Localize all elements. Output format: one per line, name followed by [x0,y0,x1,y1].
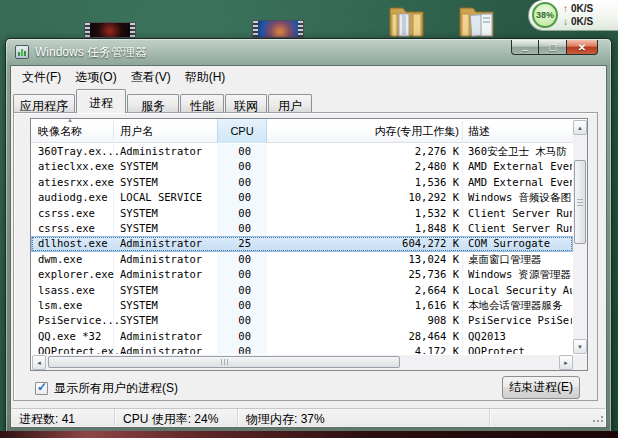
process-row[interactable]: csrss.exe SYSTEM 00 1,532 K Client Serve… [31,206,573,221]
tab-processes[interactable]: 进程 [76,89,126,113]
process-row[interactable]: QQ.exe *32 Administrator 00 28,464 K QQ2… [31,329,573,344]
process-image-name: atieclxx.exe [38,159,114,174]
folder-icon[interactable] [387,2,429,38]
process-row[interactable]: atieclxx.exe SYSTEM 00 2,480 K AMD Exter… [31,159,573,174]
menu-item[interactable]: 查看(V) [124,66,178,86]
minimize-button[interactable]: – [511,40,539,55]
folder-icon[interactable] [457,2,499,38]
process-cpu: 00 [217,221,251,236]
process-row[interactable]: dllhost.exe Administrator 25 604,272 K C… [31,236,573,251]
video-file-icon[interactable] [252,20,304,38]
process-image-name: audiodg.exe [38,190,108,205]
process-row[interactable]: csrss.exe SYSTEM 00 1,848 K Client Serve… [31,221,573,236]
menu-bar: 文件(F)选项(O)查看(V)帮助(H) [11,66,606,87]
process-cpu: 00 [217,283,251,298]
end-process-button[interactable]: 结束进程(E) [502,376,580,399]
tab-2[interactable]: 服务 [127,94,179,113]
scroll-up-button[interactable]: ▲ [573,120,587,135]
process-row[interactable]: dwm.exe Administrator 00 13,024 K 桌面窗口管理… [31,252,573,267]
menu-item[interactable]: 帮助(H) [178,66,233,86]
process-memory: 13,024 K [271,252,459,267]
menu-item[interactable]: 文件(F) [15,66,68,86]
resize-grip-icon[interactable] [593,414,603,424]
process-user-name: SYSTEM [120,313,158,328]
horizontal-scrollbar[interactable]: ◄ ► [32,355,573,370]
list-header: ▲ 映像名称 用户名 CPU 内存(专用工作集) 描述 [31,119,573,143]
process-cpu: 00 [217,159,251,174]
task-manager-window: Windows 任务管理器 – ▢ ✕ 文件(F)选项(O)查看(V)帮助(H)… [5,38,612,433]
close-button[interactable]: ✕ [566,40,598,55]
video-file-icon[interactable] [84,22,136,38]
process-row[interactable]: audiodg.exe LOCAL SERVICE 00 10,292 K Wi… [31,190,573,205]
video-thumbnail [258,21,298,37]
process-description: AMD External Event [468,175,572,190]
process-user-name: Administrator [120,344,202,354]
process-cpu: 00 [217,190,251,205]
upload-speed: ↑0K/S [563,2,593,15]
scroll-down-button[interactable]: ▼ [573,339,587,354]
column-header-user-name[interactable]: 用户名 [120,124,153,139]
vertical-scroll-thumb[interactable] [574,160,586,244]
process-image-name: lsass.exe [38,283,95,298]
process-row[interactable]: QQProtect.ex... Administrator 00 4,172 K… [31,344,573,354]
process-rows: 360Tray.ex... Administrator 00 2,276 K 3… [31,144,573,354]
process-memory: 28,464 K [271,329,459,344]
process-description: COM Surrogate [468,236,572,251]
horizontal-scroll-thumb[interactable] [48,356,400,368]
column-header-cpu[interactable]: CPU [217,119,267,143]
title-bar[interactable]: Windows 任务管理器 – ▢ ✕ [6,39,611,65]
column-header-image-name[interactable]: 映像名称 [38,124,82,139]
menu-item[interactable]: 选项(O) [68,66,123,86]
process-row[interactable]: lsm.exe SYSTEM 00 1,616 K 本地会话管理器服务 [31,298,573,313]
scroll-right-button[interactable]: ► [559,355,573,370]
column-header-description[interactable]: 描述 [468,124,490,139]
process-description: Windows 音频设备图 [468,190,572,205]
tab-3[interactable]: 性能 [180,94,224,113]
process-image-name: atiesrxx.exe [38,175,114,190]
network-speed-widget[interactable]: 38% ↑0K/S ↓0K/S [528,0,618,31]
process-cpu: 00 [217,144,251,159]
process-memory: 604,272 K [271,236,459,251]
process-image-name: 360Tray.ex... [38,144,120,159]
status-filler [491,409,605,426]
process-description: QQProtect [468,344,572,354]
process-row[interactable]: PsiService... SYSTEM 00 908 K PsiService… [31,313,573,328]
process-user-name: SYSTEM [120,283,158,298]
process-description: 本地会话管理器服务 [468,298,572,313]
process-image-name: QQ.exe *32 [38,329,101,344]
filmstrip-sprocket [130,23,135,37]
process-image-name: explorer.exe [38,267,114,282]
tab-4[interactable]: 联网 [225,94,267,113]
processes-tab-page: ▲ 映像名称 用户名 CPU 内存(专用工作集) 描述 [13,112,598,401]
process-user-name: Administrator [120,236,202,251]
tab-0[interactable]: 应用程序 [13,94,75,113]
process-cpu: 00 [217,344,251,354]
down-arrow-icon: ↓ [563,16,568,27]
process-image-name: QQProtect.ex... [38,344,133,354]
process-row[interactable]: lsass.exe SYSTEM 00 2,664 K Local Securi… [31,283,573,298]
scroll-left-button[interactable]: ◄ [32,355,46,370]
maximize-button[interactable]: ▢ [539,40,566,55]
process-cpu: 00 [217,313,251,328]
process-description: Client Server Runt [468,221,572,236]
tab-strip: 应用程序进程服务性能联网用户 [13,88,313,113]
task-manager-icon [15,45,29,59]
process-memory: 2,664 K [271,283,459,298]
process-user-name: SYSTEM [120,175,158,190]
filmstrip-sprocket [298,21,303,37]
process-description: Client Server Runt [468,206,572,221]
process-description: QQ2013 [468,329,572,344]
vertical-scrollbar[interactable]: ▲ ▼ [573,120,587,354]
process-memory: 1,532 K [271,206,459,221]
status-cpu-usage: CPU 使用率: 24% [116,409,238,426]
video-thumbnail [90,23,130,37]
up-arrow-icon: ↑ [563,3,568,14]
show-all-users-checkbox[interactable]: ✓ [35,382,48,395]
process-row[interactable]: atiesrxx.exe SYSTEM 00 1,536 K AMD Exter… [31,175,573,190]
column-header-memory[interactable]: 内存(专用工作集) [267,124,459,139]
process-row[interactable]: 360Tray.ex... Administrator 00 2,276 K 3… [31,144,573,159]
tab-5[interactable]: 用户 [268,94,312,113]
sort-ascending-icon: ▲ [67,117,73,123]
process-row[interactable]: explorer.exe Administrator 00 25,736 K W… [31,267,573,282]
process-cpu: 00 [217,175,251,190]
